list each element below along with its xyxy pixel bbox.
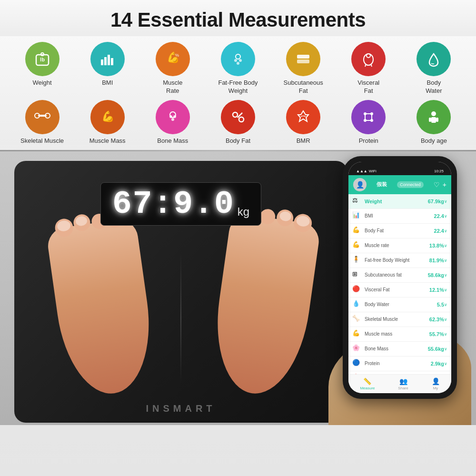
subcutfat-label: Subcutaneous fat	[365, 272, 402, 278]
subcutfat-value: 58.6kg	[428, 272, 444, 278]
bonemass-value: 55.6kg	[428, 346, 444, 352]
measurement-bodyfat[interactable]: 💪 Body Fat 22.4 ∨	[348, 224, 451, 238]
phone-notch	[381, 162, 419, 170]
svg-point-31	[364, 112, 367, 115]
scale-center-line	[180, 252, 181, 383]
user-avatar: 👤	[353, 178, 367, 191]
wifi-icon: WiFi	[369, 169, 377, 173]
measure-label: Measure	[360, 386, 375, 390]
header-section: 14 Essential Measurements	[0, 0, 476, 36]
measurement-fatfree[interactable]: 🧍 Fat-free Body Weight 81.9% ∨	[348, 253, 451, 268]
measurement-protein[interactable]: 🔵 Protein 2.9kg ∨	[348, 357, 451, 371]
bodyfat-row-label: Body Fat	[365, 228, 384, 233]
fat-free-icon	[221, 42, 255, 76]
phone-footer: 📏 Measure 👥 Share 👤 My	[348, 374, 451, 393]
main-section: 67:9.0 kg	[0, 151, 476, 425]
skeletal-row-label: Skeletal Muscle	[365, 317, 398, 322]
protein-row-value: 2.9kg	[431, 361, 444, 367]
bodyfat-row-icon: 💪	[352, 226, 362, 236]
body-fat-icon	[221, 100, 255, 134]
icon-bone-mass: Bone Mass	[144, 100, 201, 145]
bonemass-chevron: ∨	[444, 347, 447, 351]
bmr-label: BMR	[297, 137, 310, 145]
measurement-skeletal[interactable]: 🦴 Skeletal Muscle 62.3% ∨	[348, 312, 451, 327]
subcutfat-chevron: ∨	[444, 273, 447, 278]
icon-body-age: Body age	[405, 100, 462, 145]
measurement-bonemass[interactable]: 🌸 Bone Mass 55.6kg ∨	[348, 342, 451, 357]
svg-text:%: %	[175, 53, 179, 58]
bone-mass-label: Bone Mass	[157, 137, 188, 145]
svg-rect-5	[108, 55, 110, 65]
subcutfat-icon: ⊞	[352, 270, 362, 280]
icon-body-fat: Body Fat	[209, 100, 267, 145]
skeletal-label: Skeletal Muscle	[20, 137, 64, 145]
bonemass-label: Bone Mass	[365, 346, 388, 351]
bmi-row-value: 22.4	[434, 213, 444, 219]
musclemass-icon: 💪	[352, 329, 362, 339]
subcut-fat-icon	[286, 42, 320, 76]
toe-r3	[259, 208, 276, 225]
musclerate-chevron: ∨	[444, 243, 447, 248]
svg-rect-13	[297, 55, 309, 59]
muscle-mass-label: Muscle Mass	[89, 137, 126, 145]
status-time: 10:25	[434, 169, 444, 173]
icon-bmi: BMI	[79, 42, 136, 87]
protein-row-label: Protein	[365, 361, 380, 366]
musclerate-icon: 💪	[352, 241, 362, 250]
my-label: My	[433, 386, 438, 390]
icon-visceral-fat: VisceralFat	[340, 42, 397, 95]
weight-label: Weight	[32, 79, 51, 87]
measurement-musclerate[interactable]: 💪 Muscle rate 13.8% ∨	[348, 238, 451, 253]
brand-label: INSMART	[146, 403, 216, 414]
bodywater-icon: 💧	[352, 300, 362, 309]
measurement-bodywater[interactable]: 💧 Body Water 5.5 ∨	[348, 298, 451, 312]
visceralfat-label: Visceral Fat	[365, 287, 390, 292]
bone-mass-icon	[156, 100, 190, 134]
fatfree-icon: 🧍	[352, 256, 362, 265]
svg-point-24	[169, 115, 172, 118]
bmi-row-icon: 📊	[352, 211, 362, 221]
footer-measure[interactable]: 📏 Measure	[360, 377, 375, 390]
svg-point-9	[236, 54, 240, 59]
weight-icon: lb	[25, 42, 60, 76]
svg-point-29	[239, 117, 244, 122]
icons-row-1: lb Weight BMI	[10, 42, 466, 95]
svg-rect-4	[104, 57, 107, 65]
bmi-icon	[90, 42, 125, 76]
header-icons: ♡ +	[434, 181, 446, 188]
svg-text:💪: 💪	[101, 110, 114, 123]
svg-point-35	[431, 111, 436, 116]
signal-icon: ▲▲▲	[356, 169, 367, 173]
protein-chevron: ∨	[444, 361, 447, 366]
bodywater-chevron: ∨	[444, 302, 447, 307]
footer-share[interactable]: 👥 Share	[398, 377, 408, 390]
body-water-icon	[416, 42, 451, 76]
protein-row-icon: 🔵	[352, 359, 362, 368]
heart-icon[interactable]: ♡	[434, 181, 440, 188]
page: 14 Essential Measurements lb Weight	[0, 0, 476, 476]
measurement-visceralfat[interactable]: 🔴 Visceral Fat 12.1% ∨	[348, 283, 451, 298]
bmi-row-label: BMI	[365, 213, 373, 218]
measure-icon: 📏	[363, 377, 371, 385]
measurement-bmi[interactable]: 📊 BMI 22.4 ∨	[348, 209, 451, 224]
measurements-icons: lb Weight BMI	[0, 36, 476, 145]
skeletal-row-value: 62.3%	[429, 317, 444, 322]
measurement-subcutfat[interactable]: ⊞ Subcutaneous fat 58.6kg ∨	[348, 268, 451, 283]
musclerate-value: 13.8%	[429, 243, 444, 248]
scale: 67:9.0 kg	[14, 161, 347, 423]
musclemass-chevron: ∨	[444, 332, 447, 337]
musclemass-value: 55.7%	[429, 331, 444, 337]
phone-container: ▲▲▲ WiFi 10:25 👤 假装 Connected ♡ +	[343, 156, 466, 408]
footer-my[interactable]: 👤 My	[432, 377, 440, 390]
bodyfat-row-value: 22.4	[434, 228, 444, 234]
measurement-weight[interactable]: ⚖ Weight 67.9kg ∨	[348, 194, 451, 209]
svg-point-15	[364, 54, 373, 65]
weight-row-label: Weight	[365, 198, 382, 204]
subcut-fat-label: SubcutaneousFat	[284, 79, 323, 95]
body-water-label: BodyWater	[426, 79, 442, 95]
measurement-musclemass[interactable]: 💪 Muscle mass 55.7% ∨	[348, 327, 451, 342]
share-icon: 👥	[399, 377, 407, 385]
icon-bmr: BMR	[275, 100, 332, 145]
muscle-rate-label: MuscleRate	[163, 79, 182, 95]
add-icon[interactable]: +	[443, 181, 446, 188]
